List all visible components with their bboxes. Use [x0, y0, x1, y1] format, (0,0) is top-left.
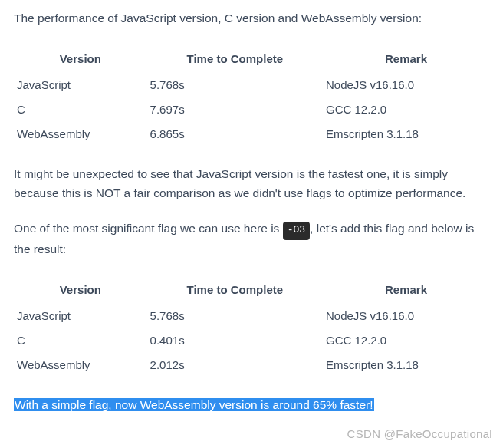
- intro-paragraph: The performance of JavaScript version, C…: [14, 9, 489, 28]
- cell-version: C: [14, 328, 147, 353]
- col-version: Version: [14, 276, 147, 304]
- cell-time: 7.697s: [147, 97, 323, 122]
- watermark: CSDN @FakeOccupational: [347, 425, 492, 443]
- performance-table-1: Version Time to Complete Remark JavaScri…: [14, 45, 489, 147]
- performance-table-2: Version Time to Complete Remark JavaScri…: [14, 276, 489, 377]
- col-time: Time to Complete: [147, 45, 323, 73]
- table-row: JavaScript 5.768s NodeJS v16.16.0: [14, 304, 489, 328]
- para2-pre: One of the most significant flag we can …: [14, 222, 283, 235]
- code-flag: -O3: [283, 222, 310, 240]
- cell-version: WebAssembly: [14, 122, 147, 147]
- explanation-paragraph: It might be unexpected to see that JavaS…: [14, 165, 489, 203]
- cell-version: JavaScript: [14, 73, 147, 97]
- table-row: JavaScript 5.768s NodeJS v16.16.0: [14, 73, 489, 97]
- cell-version: JavaScript: [14, 304, 147, 328]
- col-remark: Remark: [323, 45, 489, 73]
- col-time: Time to Complete: [147, 276, 323, 304]
- cell-version: WebAssembly: [14, 353, 147, 377]
- cell-version: C: [14, 97, 147, 122]
- cell-remark: GCC 12.2.0: [323, 328, 489, 353]
- cell-remark: Emscripten 3.1.18: [323, 353, 489, 377]
- table-header-row: Version Time to Complete Remark: [14, 276, 489, 304]
- cell-time: 2.012s: [147, 353, 323, 377]
- highlighted-text[interactable]: With a simple flag, now WebAssembly vers…: [14, 398, 374, 411]
- cell-remark: Emscripten 3.1.18: [323, 122, 489, 147]
- col-remark: Remark: [323, 276, 489, 304]
- table-row: WebAssembly 2.012s Emscripten 3.1.18: [14, 353, 489, 377]
- cell-remark: GCC 12.2.0: [323, 97, 489, 122]
- cell-time: 5.768s: [147, 73, 323, 97]
- cell-time: 5.768s: [147, 304, 323, 328]
- table-row: C 7.697s GCC 12.2.0: [14, 97, 489, 122]
- cell-remark: NodeJS v16.16.0: [323, 73, 489, 97]
- flag-paragraph: One of the most significant flag we can …: [14, 219, 489, 259]
- conclusion-paragraph: With a simple flag, now WebAssembly vers…: [14, 396, 489, 415]
- table-header-row: Version Time to Complete Remark: [14, 45, 489, 73]
- cell-time: 6.865s: [147, 122, 323, 147]
- col-version: Version: [14, 45, 147, 73]
- cell-remark: NodeJS v16.16.0: [323, 304, 489, 328]
- cell-time: 0.401s: [147, 328, 323, 353]
- table-row: C 0.401s GCC 12.2.0: [14, 328, 489, 353]
- table-row: WebAssembly 6.865s Emscripten 3.1.18: [14, 122, 489, 147]
